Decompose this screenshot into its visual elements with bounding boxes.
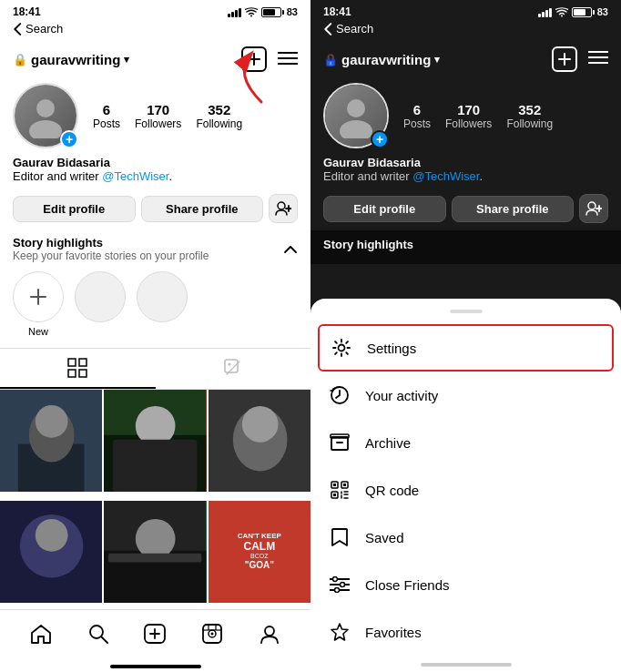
- left-search-icon: [88, 624, 108, 644]
- right-settings-gear-icon: [331, 337, 352, 359]
- svg-rect-14: [79, 359, 87, 366]
- left-person-add-icon: [275, 201, 291, 216]
- left-menu-btn[interactable]: [278, 49, 298, 70]
- right-avatar-add-btn[interactable]: +: [371, 130, 389, 148]
- left-highlight-2[interactable]: [137, 271, 188, 337]
- right-wifi-icon: [555, 7, 568, 17]
- left-photo-grid: CAN'T KEEP CALM BCOZ "GOA": [0, 390, 310, 609]
- svg-rect-13: [68, 359, 76, 366]
- left-grid-item-5[interactable]: [104, 501, 206, 603]
- right-saved-bookmark-icon: [329, 526, 351, 548]
- right-menu-btn[interactable]: [588, 50, 608, 68]
- left-nav-reels[interactable]: [196, 617, 229, 650]
- left-followers-count: 170: [147, 102, 169, 117]
- right-avatar-container: +: [323, 83, 389, 148]
- left-nav-profile[interactable]: [253, 617, 286, 650]
- left-photo-4-img: [0, 501, 102, 603]
- right-action-buttons: Edit profile Share profile: [310, 190, 621, 230]
- left-nav-add[interactable]: [138, 617, 171, 650]
- left-edit-profile-btn[interactable]: Edit profile: [13, 196, 136, 222]
- left-posts-count: 6: [103, 102, 110, 117]
- left-nav-search[interactable]: [82, 617, 115, 650]
- left-followers-label: Followers: [135, 117, 181, 130]
- left-profile-header: 🔒 gauravwriting ▾: [0, 41, 310, 76]
- right-menu-item-archive[interactable]: Archive: [310, 419, 621, 466]
- svg-point-54: [347, 99, 365, 117]
- right-bio-link[interactable]: @TechWiser: [412, 169, 479, 183]
- right-panel: 18:41 83: [310, 0, 621, 672]
- svg-point-35: [136, 518, 176, 558]
- left-grid-item-2[interactable]: [104, 390, 206, 492]
- right-plus-icon: [557, 52, 572, 66]
- left-chevron-left-icon: [13, 23, 22, 36]
- svg-rect-16: [79, 370, 87, 377]
- svg-point-29: [241, 406, 278, 443]
- right-stat-followers[interactable]: 170 Followers: [445, 102, 492, 130]
- right-person-add-icon: [585, 201, 602, 216]
- right-edit-profile-btn[interactable]: Edit profile: [323, 196, 446, 222]
- left-share-profile-btn[interactable]: Share profile: [141, 196, 264, 222]
- svg-point-48: [265, 626, 274, 636]
- right-back-btn[interactable]: Search: [323, 22, 373, 36]
- right-menu-item-settings[interactable]: Settings: [320, 326, 612, 370]
- right-menu-item-activity[interactable]: Your activity: [310, 372, 621, 419]
- right-menu-item-friends[interactable]: Close Friends: [310, 561, 621, 608]
- right-bio: Gaurav Bidasaria Editor and writer @Tech…: [310, 154, 621, 190]
- right-menu-dropdown: Settings Your activity: [310, 299, 621, 672]
- left-bio-link[interactable]: @TechWiser: [102, 169, 168, 183]
- right-add-icon-btn[interactable]: [552, 46, 577, 72]
- left-battery-container: 83: [261, 6, 298, 17]
- svg-rect-67: [333, 484, 336, 486]
- left-tab-grid[interactable]: [0, 349, 156, 389]
- left-add-icon-btn[interactable]: [241, 46, 267, 72]
- right-menu-item-favorites[interactable]: Favorites: [310, 608, 621, 656]
- right-header-actions: [552, 46, 608, 72]
- right-favorites-label: Favorites: [365, 625, 422, 640]
- svg-rect-61: [331, 437, 348, 450]
- left-stat-following[interactable]: 352 Following: [196, 102, 242, 130]
- right-menu-item-saved[interactable]: Saved: [310, 514, 621, 561]
- left-story-highlights: Story highlights Keep your favorite stor…: [0, 230, 310, 348]
- svg-point-32: [36, 518, 68, 551]
- right-activity-label: Your activity: [365, 388, 438, 403]
- left-highlight-1[interactable]: [75, 271, 126, 337]
- left-highlight-circle-2: [137, 271, 188, 322]
- right-add-person-btn[interactable]: [579, 194, 608, 223]
- svg-line-38: [101, 636, 107, 643]
- left-grid-item-1[interactable]: [0, 390, 102, 492]
- left-stat-followers[interactable]: 170 Followers: [135, 102, 181, 130]
- left-add-person-btn[interactable]: [269, 194, 298, 223]
- left-back-btn[interactable]: Search: [13, 22, 63, 36]
- left-dropdown-icon[interactable]: ▾: [124, 54, 129, 66]
- left-photo-5-img: [104, 501, 206, 603]
- svg-point-7: [29, 120, 62, 138]
- left-highlight-new[interactable]: New: [13, 271, 64, 337]
- left-home-indicator: [110, 665, 201, 668]
- right-lock-icon: 🔒: [323, 53, 338, 66]
- left-avatar-add-btn[interactable]: +: [60, 130, 78, 148]
- right-profile-info: + 6 Posts 170 Followers 352 Following: [310, 76, 621, 154]
- svg-point-22: [36, 405, 68, 438]
- left-nav-home[interactable]: [25, 617, 57, 650]
- left-bio-desc: Editor and writer: [13, 169, 102, 183]
- right-stat-posts: 6 Posts: [403, 102, 431, 130]
- right-menu-item-qr[interactable]: QR code: [310, 466, 621, 514]
- right-bio-name: Gaurav Bidasaria: [323, 156, 608, 169]
- left-plus-icon: [247, 52, 261, 66]
- right-highlights-title-bar: Story highlights: [310, 230, 621, 256]
- left-tab-tagged[interactable]: [156, 349, 311, 389]
- right-dropdown-icon[interactable]: ▾: [434, 54, 440, 66]
- left-highlights-collapse-icon[interactable]: [283, 242, 298, 257]
- left-grid-item-6[interactable]: CAN'T KEEP CALM BCOZ "GOA": [209, 501, 310, 603]
- right-back-label: Search: [336, 22, 373, 36]
- left-highlight-circle-new: [13, 271, 64, 322]
- left-highlights-title: Story highlights: [13, 236, 209, 249]
- left-grid-item-3[interactable]: [209, 390, 310, 492]
- right-stat-following[interactable]: 352 Following: [506, 102, 553, 130]
- left-home-icon: [30, 624, 52, 644]
- right-bio-suffix: .: [479, 169, 483, 183]
- right-settings-outline: Settings: [318, 324, 614, 372]
- svg-point-8: [278, 202, 285, 209]
- left-grid-item-4[interactable]: [0, 501, 102, 603]
- right-share-profile-btn[interactable]: Share profile: [452, 196, 575, 222]
